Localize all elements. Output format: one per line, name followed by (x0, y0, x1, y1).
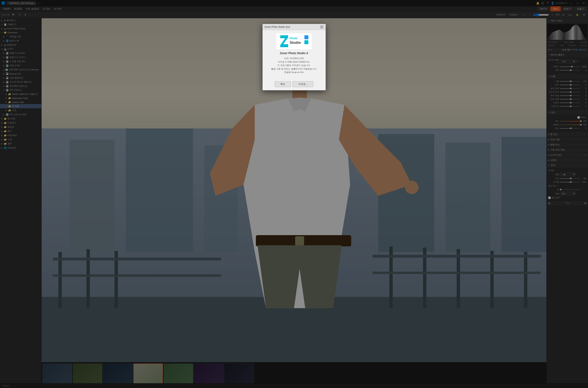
warning-text: 불법 사용 및 배포는 법률에 따라 처벌받습니다. (266, 67, 322, 71)
svg-rect-85 (305, 40, 308, 44)
dialog-product-name: Zoner Photo Studio X (266, 51, 322, 55)
dialog-ok-button[interactable]: 확인 (275, 81, 291, 87)
dialog-license-button[interactable]: 저작권... (292, 81, 313, 87)
dialog-buttons: 확인 저작권... (262, 80, 326, 90)
svg-text:Studio: Studio (290, 41, 301, 45)
dialog-title: Zoner Photo Studio 정보 (265, 25, 290, 29)
dialog-body: Photo Studio Zoner Photo Studio X 버전: 19… (262, 30, 326, 80)
zps-logo-svg: Photo Studio (278, 34, 310, 48)
about-dialog: Zoner Photo Studio 정보 ✕ Photo Studio Zon (262, 24, 326, 90)
dialog-overlay: Zoner Photo Studio 정보 ✕ Photo Studio Zon (0, 0, 588, 388)
license-text: 이 프로그램은 저작권이 있습니다. (266, 64, 322, 67)
korean-text: 한글화:Sung un Kim (266, 71, 322, 74)
dialog-close-button[interactable]: ✕ (320, 25, 324, 29)
dialog-titlebar: Zoner Photo Studio 정보 ✕ (262, 24, 326, 30)
version-text: 버전: 19.2004.2.246 (266, 57, 322, 60)
dialog-logo: Photo Studio (276, 33, 312, 49)
svg-text:Photo: Photo (290, 37, 298, 40)
copyright-text: 저작권 © 1995-2020 ZONER Inc. (266, 60, 322, 64)
svg-marker-81 (280, 35, 288, 47)
svg-rect-84 (305, 35, 308, 39)
dialog-version: 버전: 19.2004.2.246 저작권 © 1995-2020 ZONER … (266, 57, 322, 74)
